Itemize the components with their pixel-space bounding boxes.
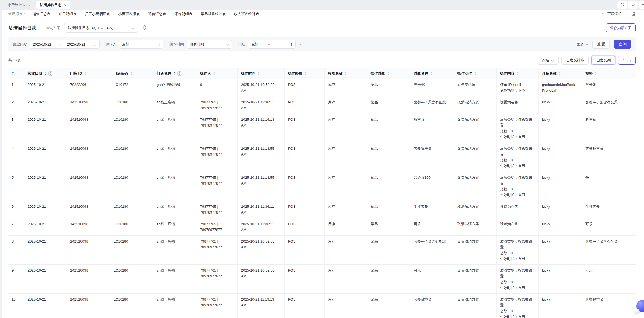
assistant-float-ball[interactable]	[634, 300, 644, 315]
sort-icon[interactable]	[559, 72, 561, 75]
more-filters-button[interactable]: 更多	[577, 42, 588, 47]
sort-icon[interactable]	[387, 72, 389, 75]
sort-icon[interactable]	[345, 72, 347, 75]
quick-report-link[interactable]: 评价明细表	[174, 12, 192, 16]
date-range-input[interactable]: 2025-10-21 → 2025-10-21	[30, 40, 100, 49]
column-header: #	[8, 68, 24, 79]
quick-report-link[interactable]: 员工小费明细表	[85, 12, 110, 16]
column-header[interactable]: 操作内容	[497, 68, 539, 79]
table-row: 92025-10-21142510098LC10180zn线上店铺7987776…	[8, 265, 636, 294]
quick-report-link[interactable]: 评价汇总表	[148, 12, 166, 16]
page: 小费统计表 × 沽清操作日志 × 常用报表： 销售汇总表账单明细表员工小费明细表…	[0, 0, 644, 318]
table-cell: 79877765 | 78978977877	[197, 218, 238, 236]
save-new-scheme-button[interactable]: 保存为新方案	[606, 23, 636, 32]
table-cell: 称重菜	[410, 114, 454, 143]
store-select[interactable]: 全部	[248, 40, 296, 49]
sort-order-badge: 2	[177, 71, 182, 76]
operation-time-filter: 操作时间 所有时间	[169, 40, 232, 49]
column-header[interactable]: 模块名称	[325, 68, 367, 79]
operator-select[interactable]: 全部	[119, 40, 163, 49]
column-header[interactable]: 门店名称2	[153, 68, 197, 79]
tab-soldout-log[interactable]: 沽清操作日志 ×	[36, 1, 70, 9]
reset-button[interactable]: 重 置	[592, 40, 610, 49]
sort-icon[interactable]	[517, 72, 519, 75]
sort-icon[interactable]	[258, 72, 260, 75]
freeze-button[interactable]: 冻结	[537, 56, 559, 65]
column-header[interactable]: 操作终端	[285, 68, 325, 79]
column-label: 操作人	[200, 71, 211, 76]
scheme-select[interactable]: 沽清操作日志-BJ、EU、US、...	[64, 23, 138, 33]
store-advanced-filter-icon[interactable]	[289, 42, 293, 46]
column-header[interactable]: 设备名称	[539, 68, 582, 79]
quick-report-link[interactable]: 菜品规格统计表	[201, 12, 226, 16]
table-cell: 142510098	[67, 143, 110, 172]
sort-icon[interactable]	[430, 72, 433, 75]
quick-report-link[interactable]: 账单明细表	[59, 12, 77, 16]
column-header[interactable]: 门店 ID	[67, 68, 110, 79]
table-cell: LC10180	[110, 218, 153, 236]
date-start[interactable]: 2025-10-21	[33, 42, 51, 46]
refresh-button[interactable]	[617, 1, 627, 9]
column-header[interactable]: 操作对象	[367, 68, 410, 79]
store-filter: 门店 全部	[238, 40, 296, 49]
table-cell: 库存	[325, 294, 367, 318]
table-cell: 黑米粥	[582, 79, 626, 96]
column-header[interactable]: 对象名称	[410, 68, 454, 79]
table-cell: 2025-10-21 11:19:13 AM	[238, 294, 285, 318]
collapse-button[interactable]	[639, 1, 644, 9]
tab-tip-stats[interactable]: 小费统计表 ×	[4, 1, 35, 9]
custom-sort-button[interactable]: 自定义排序	[561, 56, 589, 65]
column-header[interactable]: 操作时间	[238, 68, 285, 79]
sort-icon[interactable]	[84, 72, 87, 75]
table-cell: 2025-10-21 11:36:11 AM	[238, 218, 285, 236]
table-cell: 设置沽清方案	[454, 143, 497, 172]
table-cell: 可乐	[410, 218, 454, 236]
table-cell: 库存	[325, 265, 367, 294]
table-cell-stub	[626, 96, 636, 114]
clean-button[interactable]	[628, 1, 638, 9]
quick-report-link[interactable]: 收入班次统计表	[234, 12, 259, 16]
sort-icon[interactable]	[595, 72, 597, 75]
report-settings-button[interactable]	[631, 11, 636, 17]
table-row: 82025-10-21142510098LC10180zn线上店铺7987776…	[8, 236, 636, 265]
quick-report-link[interactable]: 销售汇总表	[32, 12, 50, 16]
table-cell: 5	[8, 172, 24, 201]
date-end[interactable]: 2025-10-21	[67, 42, 85, 46]
query-button[interactable]: 查 询	[614, 40, 631, 49]
sort-icon[interactable]	[44, 72, 46, 75]
operation-time-select[interactable]: 所有时间	[187, 40, 232, 49]
download-list-button[interactable]: 下载清单	[601, 12, 622, 17]
column-label: 设备名称	[542, 71, 556, 76]
sort-icon[interactable]	[173, 72, 176, 75]
sort-icon[interactable]	[130, 72, 132, 75]
column-header[interactable]: 营业日期1	[24, 68, 67, 79]
custom-columns-button[interactable]: 自定义列	[591, 56, 615, 65]
column-header[interactable]: 门店编码	[110, 68, 153, 79]
sort-icon[interactable]	[474, 72, 476, 75]
close-icon[interactable]: ×	[64, 3, 67, 7]
export-button[interactable]: 导 出	[618, 56, 636, 65]
table-cell: 79877765 | 78978977877	[197, 96, 238, 114]
table-row: 42025-10-21142510098LC10180zn线上店铺7987776…	[8, 143, 636, 172]
clear-filter-icon[interactable]: ×	[300, 42, 302, 47]
scheme-settings-button[interactable]	[142, 25, 147, 31]
tab-label: 小费统计表	[8, 2, 26, 7]
close-icon[interactable]: ×	[28, 3, 31, 7]
sort-icon[interactable]	[213, 72, 215, 75]
table-cell: 79877765 | 78978977877	[197, 265, 238, 294]
column-header[interactable]: 规格	[582, 68, 626, 79]
column-header-stub	[626, 68, 636, 79]
column-header[interactable]: 操作人	[197, 68, 238, 79]
column-label: 营业日期	[28, 71, 42, 76]
sort-icon[interactable]	[305, 72, 307, 75]
table-cell: POS	[285, 201, 325, 218]
table-cell: zn线上店铺	[153, 172, 197, 201]
table-cell: 2025-10-21	[24, 79, 67, 96]
table-cell: 2025-10-21	[24, 96, 67, 114]
table-cell: 库存	[325, 143, 367, 172]
column-header[interactable]: 操作动作	[454, 68, 497, 79]
table-cell: 可乐	[582, 265, 626, 294]
filter-bar: 营业日期 2025-10-21 → 2025-10-21 操作人 全部 操作时间	[8, 37, 636, 51]
table-cell: 6	[8, 201, 24, 218]
quick-report-link[interactable]: 小费班次报表	[118, 12, 140, 16]
